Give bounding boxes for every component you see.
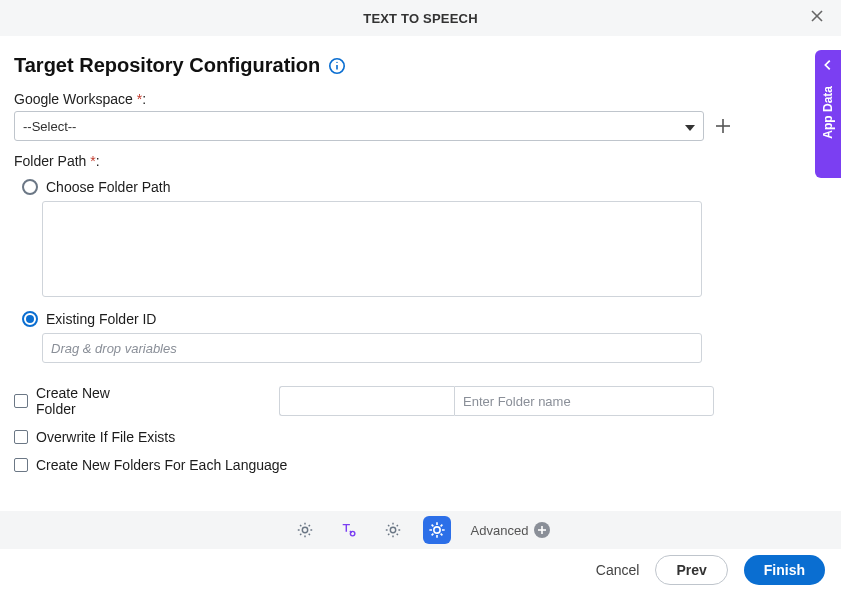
radio-selected-icon[interactable] (22, 311, 38, 327)
target-gear-icon[interactable] (423, 516, 451, 544)
plus-circle-icon (534, 522, 550, 538)
create-new-folder-row: Create New Folder (14, 379, 714, 423)
radio-unselected-icon[interactable] (22, 179, 38, 195)
overwrite-row: Overwrite If File Exists (14, 423, 827, 451)
workspace-label: Google Workspace *: (14, 91, 827, 107)
svg-point-11 (433, 527, 439, 533)
existing-folder-id-option[interactable]: Existing Folder ID (22, 305, 827, 333)
per-language-label: Create New Folders For Each Language (36, 457, 287, 473)
content-area: Target Repository Configuration Google W… (0, 36, 841, 479)
existing-folder-id-input[interactable] (42, 333, 702, 363)
info-icon[interactable] (328, 57, 346, 75)
overwrite-checkbox[interactable] (14, 430, 28, 444)
title-row: Target Repository Configuration (14, 54, 827, 77)
footer: Advanced Cancel Prev Finish (0, 511, 841, 591)
create-new-folder-checkbox[interactable] (14, 394, 28, 408)
per-language-checkbox[interactable] (14, 458, 28, 472)
svg-point-8 (302, 527, 307, 532)
close-icon[interactable] (809, 8, 829, 28)
folder-name-prefix-input[interactable] (279, 386, 454, 416)
finish-button[interactable]: Finish (744, 555, 825, 585)
folder-name-inputs (279, 386, 714, 416)
cancel-button[interactable]: Cancel (596, 562, 640, 578)
app-data-side-tab[interactable]: App Data (815, 50, 841, 178)
folder-path-label: Folder Path *: (14, 153, 827, 169)
text-branch-icon[interactable] (335, 516, 363, 544)
per-language-row: Create New Folders For Each Language (14, 451, 827, 479)
add-workspace-button[interactable] (712, 115, 734, 137)
overwrite-label: Overwrite If File Exists (36, 429, 175, 445)
caret-down-icon (685, 121, 695, 131)
side-tab-label: App Data (821, 86, 835, 139)
workspace-row: --Select-- (14, 111, 827, 141)
button-row: Cancel Prev Finish (0, 549, 841, 591)
dialog-title: TEXT TO SPEECH (363, 11, 478, 26)
create-new-folder-label: Create New Folder (36, 385, 123, 417)
dialog-header: TEXT TO SPEECH (0, 0, 841, 36)
folder-path-browser[interactable] (42, 201, 702, 297)
prev-button[interactable]: Prev (655, 555, 727, 585)
existing-folder-label: Existing Folder ID (46, 311, 156, 327)
choose-folder-path-option[interactable]: Choose Folder Path (22, 173, 827, 201)
chevron-left-icon (821, 58, 835, 76)
page-title: Target Repository Configuration (14, 54, 320, 77)
workspace-select[interactable]: --Select-- (14, 111, 704, 141)
workspace-select-value: --Select-- (23, 119, 76, 134)
gear-icon-2[interactable] (379, 516, 407, 544)
svg-marker-5 (685, 125, 695, 131)
choose-folder-label: Choose Folder Path (46, 179, 171, 195)
advanced-toggle[interactable]: Advanced (471, 522, 551, 538)
folder-name-input[interactable] (454, 386, 714, 416)
step-bar: Advanced (0, 511, 841, 549)
svg-point-10 (390, 527, 395, 532)
svg-point-4 (337, 61, 338, 62)
advanced-label: Advanced (471, 523, 529, 538)
gear-icon[interactable] (291, 516, 319, 544)
